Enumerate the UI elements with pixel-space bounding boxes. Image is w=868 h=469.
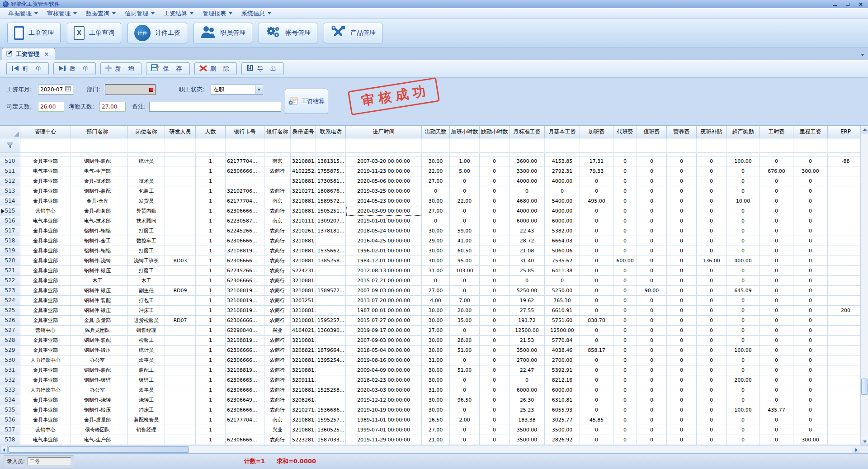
grid-cell[interactable]: 0 <box>667 405 697 415</box>
grid-cell[interactable]: 0 <box>613 246 637 256</box>
row-header-514[interactable]: 514 <box>0 196 20 206</box>
grid-cell[interactable]: 0 <box>450 405 480 415</box>
grid-cell[interactable]: 0 <box>697 156 726 166</box>
grid-cell[interactable]: 5250.00 <box>509 286 545 296</box>
grid-cell[interactable] <box>124 176 128 186</box>
grid-cell[interactable]: 农商行 <box>264 166 291 176</box>
grid-cell[interactable] <box>422 138 450 153</box>
grid-cell[interactable]: 1 <box>196 326 226 336</box>
grid-cell[interactable]: 1505251... <box>316 206 346 216</box>
grid-cell[interactable] <box>165 336 196 346</box>
grid-cell[interactable]: 0 <box>697 346 726 355</box>
grid-cell[interactable]: 0 <box>726 216 760 226</box>
grid-cell[interactable]: 办公室 <box>71 385 124 395</box>
grid-cell[interactable]: 765.30 <box>545 296 580 306</box>
grid-cell[interactable]: 4680.00 <box>509 196 545 206</box>
grid-cell[interactable]: 0 <box>613 276 637 286</box>
grid-cell[interactable]: 0 <box>580 266 613 276</box>
grid-cell[interactable]: 2014-05-23 00:00:00 <box>346 196 422 206</box>
grid-cell[interactable] <box>613 153 637 156</box>
grid-cell[interactable]: 0 <box>667 196 697 206</box>
grid-cell[interactable]: 21.00 <box>422 435 450 445</box>
grid-cell[interactable]: 钢制件-浇铸 <box>71 256 124 266</box>
grid-cell[interactable]: 打磨工 <box>128 266 165 276</box>
grid-cell[interactable]: 0 <box>726 186 760 196</box>
grid-cell[interactable]: 0 <box>726 395 760 405</box>
grid-cell[interactable] <box>580 138 613 153</box>
grid-cell[interactable]: 62306666... <box>226 316 264 326</box>
grid-cell[interactable]: 0 <box>760 355 793 365</box>
grid-cell[interactable]: 0 <box>697 425 726 435</box>
grid-cell[interactable]: 金具-商务部 <box>71 206 124 216</box>
grid-cell[interactable]: 0 <box>760 216 793 226</box>
grid-cell[interactable]: 1360525... <box>316 425 346 435</box>
grid-cell[interactable]: 0 <box>613 365 637 375</box>
grid-cell[interactable]: 0 <box>726 236 760 246</box>
grid-cell[interactable] <box>165 346 196 355</box>
grid-cell[interactable]: 2019-01-01 00:00:00 <box>346 216 422 226</box>
vertical-scroll-thumb[interactable] <box>861 379 868 395</box>
grid-cell[interactable]: 1360390... <box>316 326 346 336</box>
grid-cell[interactable]: 0 <box>637 166 667 176</box>
grid-cell[interactable]: 0 <box>760 276 793 286</box>
grid-cell[interactable]: 3210881... <box>291 316 316 326</box>
grid-cell[interactable] <box>828 226 860 236</box>
save-record-button[interactable]: 保 存 <box>146 62 189 75</box>
grid-cell[interactable] <box>828 316 860 326</box>
grid-cell[interactable]: 0 <box>726 425 760 435</box>
grid-cell[interactable]: 3210881... <box>291 306 316 316</box>
grid-cell[interactable] <box>828 266 860 276</box>
grid-cell[interactable]: 农商行 <box>264 395 291 405</box>
grid-cell[interactable]: 0 <box>760 316 793 326</box>
grid-cell[interactable]: 16.50 <box>422 415 450 425</box>
grid-cell[interactable]: 金具事业部 <box>20 276 71 286</box>
grid-cell[interactable]: 2018-05-04 00:00:00 <box>346 346 422 355</box>
grid-cell[interactable]: 62177704... <box>226 196 264 206</box>
grid-cell[interactable]: 农商行 <box>264 266 291 276</box>
grid-cell[interactable]: 3210881... <box>291 385 316 395</box>
grid-cell[interactable]: 30.00 <box>422 156 450 166</box>
scroll-left-icon[interactable] <box>0 446 8 453</box>
grid-cell[interactable]: 28.72 <box>509 236 545 246</box>
grid-cell[interactable]: 0 <box>450 276 480 286</box>
grid-cell[interactable]: 0 <box>450 326 480 336</box>
grid-cell[interactable]: 100.00 <box>726 156 760 166</box>
grid-cell[interactable] <box>165 156 196 166</box>
column-header-ERP[interactable]: ERP <box>828 126 860 138</box>
grid-cell[interactable]: 0 <box>697 435 726 445</box>
grid-cell[interactable]: 金具-仓库 <box>71 196 124 206</box>
table-row[interactable]: 527营销中心陈兵龙团队销售经理162290840...兴业4104021...… <box>0 326 860 336</box>
grid-cell[interactable]: 0 <box>726 316 760 326</box>
row-header-510[interactable]: 510 <box>0 156 20 166</box>
row-header-536[interactable]: 536 <box>0 415 20 425</box>
grid-cell[interactable]: 0 <box>613 266 637 276</box>
grid-cell[interactable]: 3210881... <box>291 286 316 296</box>
grid-cell[interactable]: 3209111... <box>291 375 316 385</box>
grid-cell[interactable]: 0 <box>793 266 828 276</box>
grid-cell[interactable]: 0 <box>793 326 828 336</box>
grid-cell[interactable]: 电气-生产部 <box>71 166 124 176</box>
grid-cell[interactable]: 0 <box>613 415 637 425</box>
grid-cell[interactable]: 检验工 <box>128 336 165 346</box>
grid-cell[interactable]: 32102706... <box>226 186 264 196</box>
grid-cell[interactable]: 0 <box>480 256 509 266</box>
grid-cell[interactable]: 0 <box>637 425 667 435</box>
row-header-528[interactable]: 528 <box>0 336 20 346</box>
grid-cell[interactable]: 0 <box>637 206 667 216</box>
grid-cell[interactable] <box>697 153 726 156</box>
grid-cell[interactable]: 0 <box>667 435 697 445</box>
grid-cell[interactable]: 30.00 <box>422 346 450 355</box>
grid-cell[interactable]: 1.00 <box>450 156 480 166</box>
grid-cell[interactable]: 农商行 <box>264 276 291 286</box>
grid-cell[interactable]: 钢制件-锻压 <box>71 306 124 316</box>
grid-cell[interactable]: 0 <box>667 425 697 435</box>
row-header-513[interactable]: 513 <box>0 186 20 196</box>
grid-cell[interactable]: 30.00 <box>422 365 450 375</box>
grid-cell[interactable]: 钢制件-浇铸 <box>71 395 124 405</box>
grid-cell[interactable] <box>165 206 196 216</box>
grid-cell[interactable]: 3210261... <box>291 226 316 236</box>
grid-cell[interactable]: 电气-生产部 <box>71 435 124 445</box>
grid-cell[interactable] <box>828 336 860 346</box>
column-header-银行名称[interactable]: 银行名称 <box>264 126 291 138</box>
grid-cell[interactable]: 0 <box>760 246 793 256</box>
